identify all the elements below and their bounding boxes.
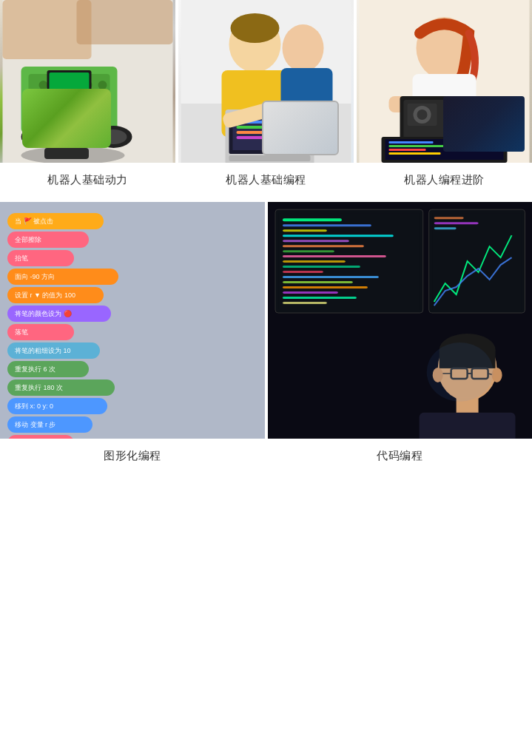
scratch-block-face: 面向 -90 方向 bbox=[7, 269, 118, 285]
svg-point-14 bbox=[98, 95, 107, 104]
card-robot-advanced[interactable] bbox=[357, 0, 532, 163]
svg-rect-34 bbox=[237, 131, 292, 134]
card-scratch-coding[interactable]: 当 🚩 被点击 全部擦除 抬笔 面向 -90 方向 设置 r ▼ 的值为 100… bbox=[0, 202, 265, 439]
svg-rect-72 bbox=[282, 281, 352, 283]
top-labels-row: 机器人基础动力 机器人基础编程 机器人编程进阶 bbox=[0, 163, 532, 202]
bottom-images-row: 当 🚩 被点击 全部擦除 抬笔 面向 -90 方向 设置 r ▼ 的值为 100… bbox=[0, 202, 532, 439]
svg-point-17 bbox=[21, 126, 58, 148]
top-images-row bbox=[0, 0, 532, 163]
svg-point-5 bbox=[39, 81, 48, 90]
scratch-block-pendown: 落笔 bbox=[7, 324, 74, 340]
svg-rect-46 bbox=[448, 104, 478, 126]
svg-rect-64 bbox=[282, 240, 349, 242]
svg-rect-60 bbox=[282, 218, 341, 221]
scratch-block-moveto: 移到 x: 0 y: 0 bbox=[7, 398, 107, 414]
svg-rect-81 bbox=[434, 227, 456, 229]
scratch-block-setvar: 设置 r ▼ 的值为 100 bbox=[7, 287, 104, 303]
label-robot-basic: 机器人基础动力 bbox=[0, 173, 175, 187]
svg-rect-54 bbox=[389, 145, 448, 147]
svg-rect-91 bbox=[419, 413, 515, 439]
svg-rect-69 bbox=[282, 266, 360, 268]
svg-rect-70 bbox=[282, 271, 323, 273]
label-robot-coding: 机器人基础编程 bbox=[178, 173, 354, 187]
svg-rect-35 bbox=[237, 136, 274, 139]
card-robot-coding[interactable] bbox=[178, 0, 354, 163]
scratch-block-pendown2: 落笔 bbox=[7, 435, 74, 439]
svg-rect-75 bbox=[282, 297, 356, 299]
svg-rect-42 bbox=[459, 96, 500, 112]
svg-rect-71 bbox=[282, 276, 378, 278]
svg-rect-67 bbox=[282, 255, 385, 257]
scratch-block-pensize: 将笔的粗细设为 10 bbox=[7, 342, 100, 359]
svg-point-13 bbox=[84, 95, 92, 104]
scratch-block-clear: 全部擦除 bbox=[7, 232, 89, 248]
svg-rect-2 bbox=[77, 0, 173, 44]
label-code-screen: 代码编程 bbox=[268, 449, 533, 463]
scratch-block-start: 当 🚩 被点击 bbox=[7, 213, 104, 229]
bottom-section: 当 🚩 被点击 全部擦除 抬笔 面向 -90 方向 设置 r ▼ 的值为 100… bbox=[0, 202, 532, 478]
scratch-block-move: 移动 变量 r 步 bbox=[7, 416, 92, 433]
svg-rect-76 bbox=[282, 302, 326, 304]
svg-rect-33 bbox=[237, 126, 266, 129]
svg-rect-73 bbox=[282, 286, 367, 288]
card-code-screen[interactable] bbox=[268, 202, 533, 439]
bottom-labels-row: 图形化编程 代码编程 bbox=[0, 439, 532, 478]
robot-advanced-svg bbox=[357, 0, 532, 163]
svg-rect-55 bbox=[389, 149, 426, 151]
top-section: 机器人基础动力 机器人基础编程 机器人编程进阶 bbox=[0, 0, 532, 202]
image-code-screen bbox=[268, 202, 533, 439]
scratch-block-pencolor: 将笔的颜色设为 🔴 bbox=[7, 306, 111, 322]
image-robot-advanced bbox=[357, 0, 532, 163]
svg-rect-68 bbox=[282, 260, 345, 263]
svg-point-27 bbox=[283, 24, 324, 72]
svg-rect-53 bbox=[389, 141, 434, 144]
svg-rect-63 bbox=[282, 234, 393, 237]
scratch-blocks-container: 当 🚩 被点击 全部擦除 抬笔 面向 -90 方向 设置 r ▼ 的值为 100… bbox=[7, 213, 118, 439]
svg-rect-74 bbox=[282, 291, 337, 294]
svg-point-48 bbox=[417, 109, 428, 120]
svg-point-12 bbox=[69, 95, 78, 104]
scratch-block-repeat180: 重复执行 180 次 bbox=[7, 379, 115, 396]
svg-rect-16 bbox=[50, 72, 90, 98]
scratch-block-repeat6: 重复执行 6 次 bbox=[7, 361, 89, 377]
svg-rect-28 bbox=[281, 68, 333, 135]
svg-point-25 bbox=[231, 13, 280, 43]
svg-point-93 bbox=[491, 368, 502, 382]
svg-rect-62 bbox=[282, 229, 326, 232]
svg-rect-79 bbox=[434, 217, 463, 219]
image-robot-coding bbox=[178, 0, 354, 163]
svg-rect-65 bbox=[282, 245, 363, 247]
svg-rect-61 bbox=[282, 224, 371, 226]
svg-point-20 bbox=[101, 129, 127, 144]
svg-rect-23 bbox=[181, 104, 351, 163]
svg-point-18 bbox=[27, 129, 53, 144]
svg-point-10 bbox=[39, 95, 48, 104]
svg-point-94 bbox=[426, 342, 493, 402]
svg-point-11 bbox=[54, 95, 63, 104]
card-robot-basic[interactable] bbox=[0, 0, 175, 163]
svg-rect-56 bbox=[389, 152, 441, 155]
scratch-block-penlift: 抬笔 bbox=[7, 250, 74, 266]
image-scratch-coding: 当 🚩 被点击 全部擦除 抬笔 面向 -90 方向 设置 r ▼ 的值为 100… bbox=[0, 202, 265, 439]
svg-point-9 bbox=[98, 81, 107, 90]
code-screen-svg bbox=[268, 202, 533, 439]
svg-rect-80 bbox=[434, 222, 478, 224]
label-robot-advanced: 机器人编程进阶 bbox=[357, 173, 532, 187]
label-scratch-coding: 图形化编程 bbox=[0, 449, 265, 463]
robot-basic-svg bbox=[0, 0, 175, 163]
page-container: 机器人基础动力 机器人基础编程 机器人编程进阶 当 🚩 被点击 全部擦除 抬笔 … bbox=[0, 0, 532, 478]
svg-point-50 bbox=[458, 109, 468, 120]
svg-point-49 bbox=[454, 106, 472, 124]
svg-rect-36 bbox=[229, 155, 311, 161]
svg-rect-66 bbox=[282, 250, 334, 252]
image-robot-basic bbox=[0, 0, 175, 163]
robot-coding-svg bbox=[178, 0, 354, 163]
